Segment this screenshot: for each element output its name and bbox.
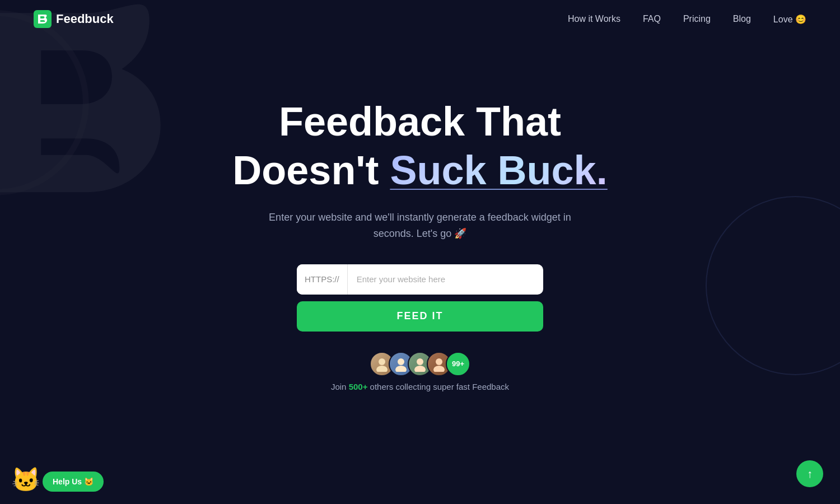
social-proof-text: Join 500+ others collecting super fast F… [331,382,509,391]
url-form: HTTPS:// FEED IT [297,264,543,332]
nav-pricing[interactable]: Pricing [683,14,711,24]
nav-love[interactable]: Love 😊 [773,15,806,24]
svg-point-6 [417,358,423,365]
hero-description: Enter your website and we'll instantly g… [263,209,577,242]
nav-how-it-works[interactable]: How it Works [568,14,620,24]
logo-link[interactable]: Feedbuck [34,10,114,28]
social-proof-highlight: 500+ [349,382,368,391]
cat-mascot: 🐱 [11,468,40,492]
url-input[interactable] [348,264,543,295]
url-input-wrapper: HTTPS:// [297,264,543,295]
social-proof: 99+ Join 500+ others collecting super fa… [331,352,509,391]
social-text-before: Join [331,382,349,391]
svg-point-2 [379,358,385,365]
logo-icon [34,10,52,28]
nav-faq[interactable]: FAQ [643,14,661,24]
logo-text: Feedbuck [56,12,114,26]
svg-point-4 [398,358,404,365]
nav-blog[interactable]: Blog [733,14,751,24]
svg-point-8 [436,358,442,365]
navbar: Feedbuck How it Works FAQ Pricing Blog L… [0,0,840,38]
hero-title-line1: Feedback That [279,100,561,144]
social-text-after: others collecting super fast Feedback [367,382,509,391]
svg-point-9 [433,366,445,372]
scroll-top-button[interactable]: ↑ [796,460,823,487]
avatar-count-badge: 99+ [446,352,470,376]
svg-point-7 [414,366,426,372]
main-content: Feedback That Doesn't Suck Buck. Enter y… [0,38,840,391]
help-us-button[interactable]: Help Us 🐱 [43,472,104,492]
hero-subtitle-plain: Doesn't [232,148,390,193]
svg-point-3 [376,366,388,372]
hero-subtitle-gradient: Suck Buck. [390,148,607,193]
hero-title-line2: Doesn't Suck Buck. [232,148,607,193]
feed-it-button[interactable]: FEED IT [297,301,543,332]
nav-links: How it Works FAQ Pricing Blog Love 😊 [568,14,806,25]
help-section: 🐱 Help Us 🐱 [11,468,104,492]
avatars-row: 99+ [370,352,470,376]
url-prefix: HTTPS:// [297,264,348,295]
svg-point-5 [395,366,407,372]
